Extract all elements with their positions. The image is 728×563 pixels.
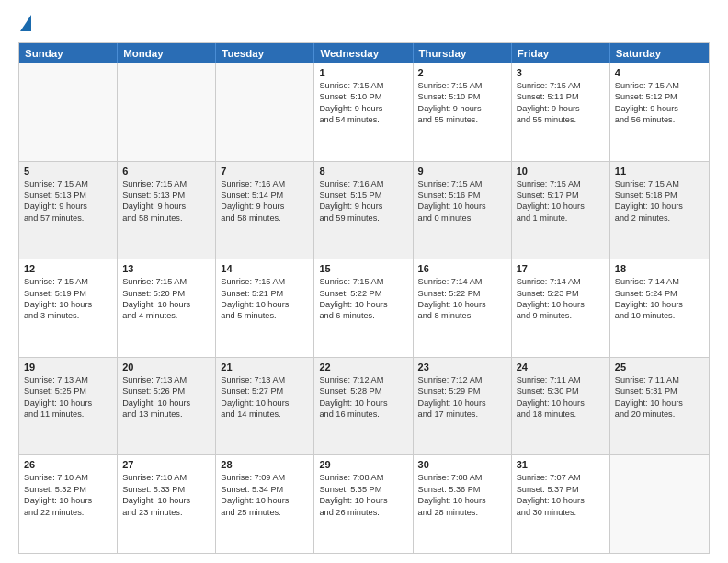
cell-info-line: Sunset: 5:32 PM <box>24 484 112 495</box>
calendar-day-4: 4Sunrise: 7:15 AMSunset: 5:12 PMDaylight… <box>610 63 709 161</box>
cell-info-line: Sunrise: 7:15 AM <box>24 276 112 287</box>
day-number: 24 <box>517 362 605 373</box>
calendar-row: 26Sunrise: 7:10 AMSunset: 5:32 PMDayligh… <box>19 454 709 553</box>
calendar-day-17: 17Sunrise: 7:14 AMSunset: 5:23 PMDayligh… <box>512 259 610 357</box>
calendar-day-29: 29Sunrise: 7:08 AMSunset: 5:35 PMDayligh… <box>314 455 413 553</box>
day-number: 26 <box>24 459 112 470</box>
cell-info-line: Daylight: 10 hours <box>418 299 506 310</box>
day-number: 31 <box>517 459 605 470</box>
cell-info-line: and 55 minutes. <box>517 114 605 125</box>
cell-info-line: Sunrise: 7:14 AM <box>418 276 506 287</box>
cell-info-line: Sunrise: 7:13 AM <box>221 374 309 385</box>
calendar-day-7: 7Sunrise: 7:16 AMSunset: 5:14 PMDaylight… <box>216 162 314 259</box>
cell-info-line: Daylight: 10 hours <box>122 495 210 506</box>
cell-info-line: Sunrise: 7:07 AM <box>517 472 605 483</box>
calendar-day-28: 28Sunrise: 7:09 AMSunset: 5:34 PMDayligh… <box>216 455 314 553</box>
weekday-header-thursday: Thursday <box>414 43 512 63</box>
day-number: 17 <box>517 263 605 274</box>
cell-info-line: and 54 minutes. <box>319 114 407 125</box>
cell-info-line: Sunrise: 7:16 AM <box>221 178 309 190</box>
cell-info-line: Daylight: 9 hours <box>418 103 506 114</box>
calendar-day-3: 3Sunrise: 7:15 AMSunset: 5:11 PMDaylight… <box>512 63 610 161</box>
day-number: 30 <box>418 459 506 470</box>
cell-info-line: Sunrise: 7:15 AM <box>615 80 704 91</box>
cell-info-line: and 14 minutes. <box>221 408 309 419</box>
day-number: 1 <box>319 67 407 78</box>
calendar-day-13: 13Sunrise: 7:15 AMSunset: 5:20 PMDayligh… <box>118 259 216 357</box>
cell-info-line: and 58 minutes. <box>221 213 309 224</box>
cell-info-line: Daylight: 9 hours <box>319 103 407 114</box>
cell-info-line: Sunrise: 7:11 AM <box>517 374 605 385</box>
cell-info-line: Sunrise: 7:08 AM <box>319 472 407 483</box>
cell-info-line: Daylight: 10 hours <box>615 299 704 310</box>
cell-info-line: Sunrise: 7:12 AM <box>418 374 506 385</box>
calendar-empty-cell <box>19 63 118 161</box>
calendar-empty-cell <box>610 455 709 553</box>
day-number: 16 <box>418 263 506 274</box>
day-number: 18 <box>615 263 704 274</box>
cell-info-line: Daylight: 9 hours <box>122 201 210 212</box>
cell-info-line: Sunset: 5:12 PM <box>615 91 704 102</box>
calendar-empty-cell <box>118 63 216 161</box>
cell-info-line: Daylight: 9 hours <box>615 103 704 114</box>
calendar-day-31: 31Sunrise: 7:07 AMSunset: 5:37 PMDayligh… <box>512 455 610 553</box>
cell-info-line: and 5 minutes. <box>221 310 309 321</box>
cell-info-line: Sunset: 5:22 PM <box>319 288 407 299</box>
cell-info-line: Sunrise: 7:15 AM <box>517 80 605 91</box>
calendar-day-15: 15Sunrise: 7:15 AMSunset: 5:22 PMDayligh… <box>314 259 413 357</box>
day-number: 27 <box>122 459 210 470</box>
cell-info-line: and 2 minutes. <box>615 213 704 224</box>
cell-info-line: Sunrise: 7:10 AM <box>24 472 112 483</box>
cell-info-line: and 22 minutes. <box>24 507 112 518</box>
cell-info-line: and 4 minutes. <box>122 310 210 321</box>
cell-info-line: and 3 minutes. <box>24 310 112 321</box>
cell-info-line: Daylight: 10 hours <box>24 495 112 506</box>
cell-info-line: Sunset: 5:20 PM <box>122 288 210 299</box>
cell-info-line: Sunset: 5:17 PM <box>517 190 605 201</box>
cell-info-line: Sunset: 5:30 PM <box>517 385 605 396</box>
cell-info-line: Sunset: 5:10 PM <box>319 91 407 102</box>
cell-info-line: and 57 minutes. <box>24 213 112 224</box>
calendar-day-16: 16Sunrise: 7:14 AMSunset: 5:22 PMDayligh… <box>414 259 512 357</box>
cell-info-line: and 59 minutes. <box>319 213 407 224</box>
cell-info-line: Sunset: 5:11 PM <box>517 91 605 102</box>
cell-info-line: Daylight: 9 hours <box>319 201 407 212</box>
cell-info-line: Daylight: 10 hours <box>615 397 704 408</box>
cell-info-line: Sunrise: 7:16 AM <box>319 178 407 190</box>
cell-info-line: Sunrise: 7:15 AM <box>319 276 407 287</box>
cell-info-line: and 0 minutes. <box>418 213 506 224</box>
cell-info-line: Sunrise: 7:09 AM <box>221 472 309 483</box>
cell-info-line: Sunrise: 7:15 AM <box>24 178 112 190</box>
day-number: 4 <box>615 67 704 78</box>
cell-info-line: Sunset: 5:13 PM <box>24 190 112 201</box>
cell-info-line: and 16 minutes. <box>319 408 407 419</box>
cell-info-line: Sunrise: 7:14 AM <box>517 276 605 287</box>
calendar-row: 5Sunrise: 7:15 AMSunset: 5:13 PMDaylight… <box>19 161 709 259</box>
calendar-day-12: 12Sunrise: 7:15 AMSunset: 5:19 PMDayligh… <box>19 259 118 357</box>
day-number: 13 <box>122 263 210 274</box>
cell-info-line: and 56 minutes. <box>615 114 704 125</box>
cell-info-line: Sunrise: 7:13 AM <box>122 374 210 385</box>
day-number: 28 <box>221 459 309 470</box>
cell-info-line: Sunset: 5:14 PM <box>221 190 309 201</box>
cell-info-line: and 10 minutes. <box>615 310 704 321</box>
day-number: 15 <box>319 263 407 274</box>
logo-triangle-icon <box>20 15 31 31</box>
day-number: 2 <box>418 67 506 78</box>
calendar-day-11: 11Sunrise: 7:15 AMSunset: 5:18 PMDayligh… <box>610 162 709 259</box>
day-number: 22 <box>319 362 407 373</box>
cell-info-line: Daylight: 10 hours <box>615 201 704 212</box>
cell-info-line: Sunrise: 7:15 AM <box>319 80 407 91</box>
calendar-day-27: 27Sunrise: 7:10 AMSunset: 5:33 PMDayligh… <box>118 455 216 553</box>
cell-info-line: Daylight: 10 hours <box>418 397 506 408</box>
cell-info-line: Sunset: 5:13 PM <box>122 190 210 201</box>
cell-info-line: Sunrise: 7:15 AM <box>122 276 210 287</box>
day-number: 8 <box>319 166 407 177</box>
cell-info-line: Sunset: 5:19 PM <box>24 288 112 299</box>
cell-info-line: Sunset: 5:29 PM <box>418 385 506 396</box>
weekday-header-friday: Friday <box>512 43 610 63</box>
weekday-header-monday: Monday <box>118 43 216 63</box>
calendar-header: SundayMondayTuesdayWednesdayThursdayFrid… <box>19 43 709 63</box>
calendar-day-21: 21Sunrise: 7:13 AMSunset: 5:27 PMDayligh… <box>216 358 314 455</box>
logo <box>18 15 31 33</box>
